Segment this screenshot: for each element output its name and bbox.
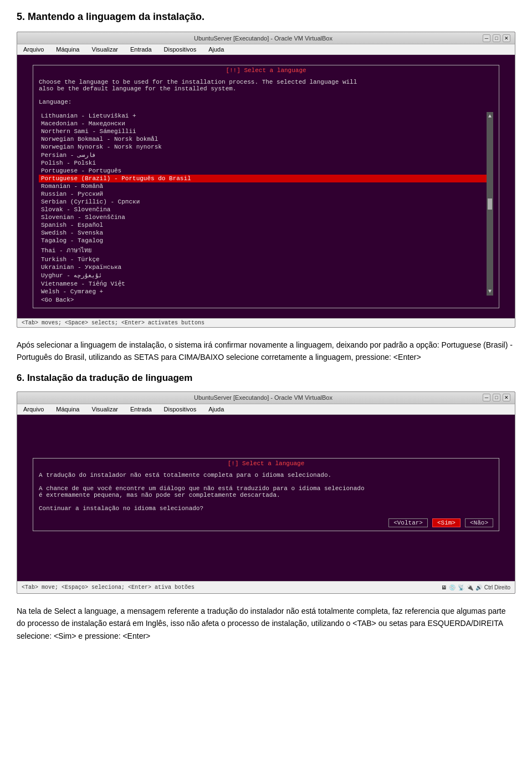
virtualbox-window-2: UbuntuServer [Executando] - Oracle VM Vi… [17, 391, 515, 594]
language-item[interactable]: Turkish - Türkçe [39, 256, 487, 263]
minimize-btn[interactable]: ─ [483, 34, 490, 42]
maximize-btn[interactable]: □ [493, 34, 500, 42]
status-bar-2: <Tab> move; <Espaço> seleciona; <Enter> … [17, 581, 515, 593]
language-item[interactable]: Polish - Polski [39, 159, 487, 167]
language-item[interactable]: Portuguese (Brazil) - Português do Brasi… [39, 175, 487, 182]
language-label: Language: [39, 99, 493, 105]
minimize-btn-2[interactable]: ─ [483, 394, 490, 401]
dialog-content-2: A tradução do instalador não está totalm… [33, 469, 499, 515]
language-item[interactable]: Lithuanian - Lietuviškai + [39, 112, 487, 120]
icon-network: 📡 [458, 584, 464, 590]
virtualbox-window-1: UbuntuServer [Executando] - Oracle VM Vi… [17, 32, 515, 328]
window1-title: UbuntuServer [Executando] - Oracle VM Vi… [44, 35, 483, 42]
dialog-line-2: A chance de que você encontre um diálogo… [39, 485, 493, 492]
paragraph-2: Na tela de Select a language, a mensagem… [17, 605, 515, 642]
dialog-line-5: Continuar a instalação no idioma selecio… [39, 505, 493, 512]
dialog-buttons-2: <Voltar> <Sim> <Não> [33, 515, 499, 531]
language-item[interactable]: Persian - فارسی [39, 151, 487, 159]
language-item[interactable]: Uyghur - ئۇيغۇرچە [39, 271, 487, 279]
language-item[interactable]: Ukrainian - Українська [39, 263, 487, 271]
menu2-maquina[interactable]: Máquina [54, 405, 81, 413]
menu2-dispositivos[interactable]: Dispositivos [162, 405, 198, 413]
terminal-screen-2: [!] Select a language A tradução do inst… [17, 415, 515, 581]
dialog-title-2: [!] Select a language [33, 459, 499, 469]
language-item[interactable]: Slovenian - Slovenščina [39, 213, 487, 221]
language-item[interactable]: Slovak - Slovenčina [39, 206, 487, 213]
language-item[interactable]: Portuguese - Português [39, 167, 487, 175]
btn-sim[interactable]: <Sim> [432, 518, 461, 527]
menu2-arquivo[interactable]: Arquivo [22, 405, 45, 413]
dialog-content-1: Choose the language to be used for the i… [33, 75, 499, 308]
language-item[interactable]: Swedish - Svenska [39, 229, 487, 237]
bottom-bar-1: <Tab> moves; <Space> selects; <Enter> ac… [17, 318, 515, 327]
language-list: Lithuanian - Lietuviškai +Macedonian - М… [39, 112, 487, 296]
titlebar-2: UbuntuServer [Executando] - Oracle VM Vi… [17, 392, 515, 404]
section6-heading: 6. Instalação da tradução de linguagem [17, 373, 515, 384]
menu-entrada[interactable]: Entrada [129, 45, 154, 53]
paragraph-1: Após selecionar a linguagem de instalaçã… [17, 339, 515, 364]
icon-usb: 🔌 [467, 584, 473, 590]
language-item[interactable]: Spanish - Español [39, 221, 487, 229]
menu-visualizar[interactable]: Visualizar [90, 45, 120, 53]
menu2-visualizar[interactable]: Visualizar [90, 405, 120, 413]
btn-nao[interactable]: <Não> [465, 518, 493, 527]
icon-sound: 🔊 [475, 584, 482, 590]
language-item[interactable]: Norwegian Bokmaal - Norsk bokmål [39, 135, 487, 143]
scrollbar-thumb [488, 198, 492, 210]
window-controls-1: ─ □ ✕ [483, 34, 510, 42]
menu-arquivo[interactable]: Arquivo [22, 45, 45, 53]
close-btn[interactable]: ✕ [503, 34, 510, 42]
intro-text-1: Choose the language to be used for the i… [39, 79, 493, 85]
section5-heading: 5. Mantendo a linguagem da instalação. [17, 11, 515, 23]
window-controls-2: ─ □ ✕ [483, 394, 510, 401]
menu2-ajuda[interactable]: Ajuda [207, 405, 226, 413]
maximize-btn-2[interactable]: □ [493, 394, 500, 401]
language-item[interactable]: Thai - ภาษาไทย [39, 245, 487, 256]
dialog-title-1: [!!] Select a language [33, 65, 499, 75]
intro-text-2: also be the default language for the ins… [39, 85, 493, 92]
language-item[interactable]: Tagalog - Tagalog [39, 237, 487, 245]
window2-title: UbuntuServer [Executando] - Oracle VM Vi… [44, 394, 483, 401]
language-item[interactable]: Romanian - Română [39, 182, 487, 190]
dialog-line-3: é extremamente pequena, mas não pode ser… [39, 492, 493, 498]
language-list-wrapper: Lithuanian - Lietuviškai +Macedonian - М… [39, 112, 493, 296]
go-back[interactable]: <Go Back> [39, 296, 493, 304]
dialog-box-2: [!] Select a language A tradução do inst… [33, 458, 499, 531]
language-item[interactable]: Serbian (Cyrillic) - Српски [39, 198, 487, 206]
language-item[interactable]: Macedonian - Македонски [39, 120, 487, 128]
language-item[interactable]: Norwegian Nynorsk - Norsk nynorsk [39, 143, 487, 151]
icon-monitor: 🖥 [441, 584, 447, 590]
language-item[interactable]: Northern Sami - Sámegillii [39, 128, 487, 135]
scrollbar[interactable]: ▲ ▼ [487, 112, 493, 296]
ctrl-direito-label: Ctrl Direito [484, 584, 510, 590]
close-btn-2[interactable]: ✕ [503, 394, 510, 401]
language-item[interactable]: Russian - Русский [39, 190, 487, 198]
dialog-line-1: A tradução do instalador não está totalm… [39, 472, 493, 478]
menu-maquina[interactable]: Máquina [54, 45, 81, 53]
menubar-2: Arquivo Máquina Visualizar Entrada Dispo… [17, 404, 515, 415]
terminal-screen-1: [!!] Select a language Choose the langua… [17, 55, 515, 318]
language-item[interactable]: Welsh - Cymraeg + [39, 288, 487, 296]
icon-disk: 💿 [449, 584, 456, 590]
menubar-1: Arquivo Máquina Visualizar Entrada Dispo… [17, 44, 515, 55]
dialog-box-1: [!!] Select a language Choose the langua… [33, 65, 499, 308]
menu2-entrada[interactable]: Entrada [129, 405, 154, 413]
menu-ajuda[interactable]: Ajuda [207, 45, 226, 53]
btn-voltar[interactable]: <Voltar> [388, 518, 428, 527]
language-item[interactable]: Vietnamese - Tiếng Việt [39, 279, 487, 288]
menu-dispositivos[interactable]: Dispositivos [162, 45, 198, 53]
status-icons: 🖥 💿 📡 🔌 🔊 Ctrl Direito [441, 584, 510, 590]
titlebar-1: UbuntuServer [Executando] - Oracle VM Vi… [17, 32, 515, 44]
bottom-bar-2: <Tab> move; <Espaço> seleciona; <Enter> … [22, 584, 195, 590]
